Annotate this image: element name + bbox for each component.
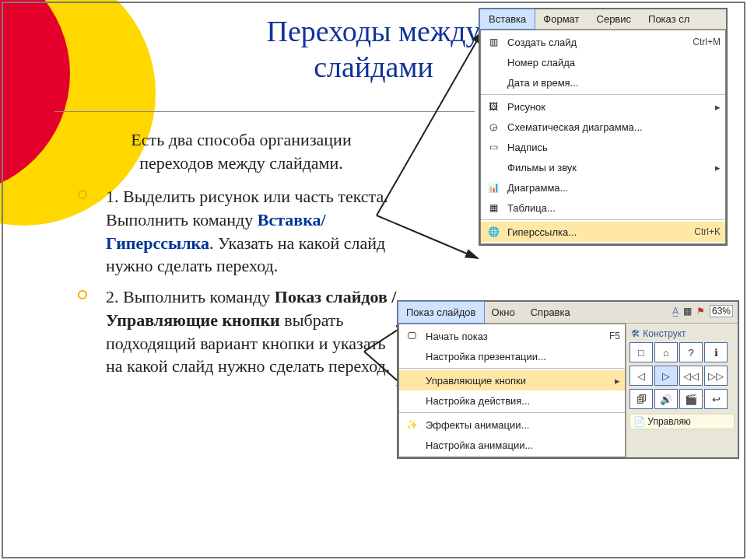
menu-item-label: Диаграмма... xyxy=(507,182,721,194)
grid-tool-icon[interactable]: ▦ xyxy=(683,306,692,317)
action-button[interactable]: ↩ xyxy=(704,389,728,409)
font-tool-icon[interactable]: A̲ xyxy=(672,306,679,317)
intro-text: Есть два способа организации переходов м… xyxy=(78,128,405,174)
menu-item-label: Фильмы и звук xyxy=(507,162,710,173)
action-button[interactable]: ◁ xyxy=(630,366,653,386)
action-button[interactable]: ? xyxy=(679,342,703,362)
action-buttons-panel: 🛠 Конструкт □⌂?ℹ◁▷◁◁▷▷🗐🔊🎬↩ 📄 Управляю xyxy=(626,324,738,457)
panel-title: 🛠 Конструкт xyxy=(631,328,735,339)
menu-item-label: Схематическая диаграмма... xyxy=(507,121,721,133)
menubar-tab[interactable]: Сервис xyxy=(588,9,640,29)
insert-menu-window: ВставкаФорматСервисПоказ сл ▥Создать сла… xyxy=(479,8,728,246)
submenu-arrow-icon: ▸ xyxy=(710,101,721,113)
list-item-1: 1. Выделить рисунок или часть текста. Вы… xyxy=(78,185,405,278)
menu-divider xyxy=(481,94,725,95)
action-button[interactable]: ◁◁ xyxy=(679,366,703,386)
menu-item-icon: ▭ xyxy=(484,142,503,152)
menu-item-icon: 🖼 xyxy=(484,101,503,112)
menu-item[interactable]: Номер слайда xyxy=(481,52,725,72)
menu-item-label: Гиперссылка... xyxy=(507,226,686,238)
menu-item-shortcut: Ctrl+M xyxy=(685,37,721,47)
menu-item-shortcut: F5 xyxy=(601,331,620,341)
menu-item-icon: ◶ xyxy=(484,121,503,132)
menu-item-label: Управляющие кнопки xyxy=(426,375,610,387)
menubar-tab[interactable]: Окно xyxy=(484,302,523,323)
menu-item-label: Рисунок xyxy=(507,101,710,113)
slideshow-menu-window: Показ слайдовОкноСправка A̲ ▦ ⚑ 63% 🖵Нач… xyxy=(397,300,739,459)
submenu-arrow-icon: ▸ xyxy=(610,375,620,387)
menubar-tab[interactable]: Справка xyxy=(523,302,578,323)
menu-item[interactable]: 🌐Гиперссылка...Ctrl+K xyxy=(481,222,725,242)
menu-item[interactable]: Управляющие кнопки▸ xyxy=(399,370,625,390)
action-button[interactable]: 🔊 xyxy=(654,389,678,409)
menu-item[interactable]: Настройка действия... xyxy=(399,390,625,411)
menu-item-icon: 🌐 xyxy=(484,226,503,237)
menu-item[interactable]: ▥Создать слайдCtrl+M xyxy=(481,32,725,52)
menu-item-icon: 📊 xyxy=(484,182,503,193)
action-button[interactable]: ⌂ xyxy=(654,342,678,362)
menu-item-icon: ✨ xyxy=(402,419,421,430)
menu-divider xyxy=(481,219,725,220)
menu-item[interactable]: 🖵Начать показF5 xyxy=(399,326,625,346)
action-button-grid: □⌂?ℹ◁▷◁◁▷▷🗐🔊🎬↩ xyxy=(630,342,735,409)
menu-item-label: Настройка действия... xyxy=(426,395,620,407)
menu-item[interactable]: ▦Таблица... xyxy=(481,198,725,218)
menu-item[interactable]: ◶Схематическая диаграмма... xyxy=(481,117,725,137)
slide-title-line1: Переходы между xyxy=(267,15,481,47)
menu-item[interactable]: Настройка презентации... xyxy=(399,346,625,366)
page-icon: 📄 xyxy=(633,416,645,427)
menu-item-label: Начать показ xyxy=(426,331,601,342)
menu-item[interactable]: 📊Диаграмма... xyxy=(481,177,725,198)
action-button[interactable]: ▷▷ xyxy=(704,366,728,386)
menu-divider xyxy=(399,368,625,369)
menu-item-label: Дата и время... xyxy=(507,77,721,89)
submenu-arrow-icon: ▸ xyxy=(710,162,721,173)
menu-item-label: Настройка презентации... xyxy=(426,351,620,362)
menu-item[interactable]: ✨Эффекты анимации... xyxy=(399,415,625,435)
toolbar-right: A̲ ▦ ⚑ 63% xyxy=(672,305,733,317)
panel-footer: 📄 Управляю xyxy=(630,414,735,429)
menu-item[interactable]: Настройка анимации... xyxy=(399,435,625,455)
menu-item-label: Создать слайд xyxy=(507,37,685,48)
title-rule xyxy=(54,111,475,112)
menu-item-icon: ▦ xyxy=(484,202,503,213)
insert-menu-dropdown: ▥Создать слайдCtrl+MНомер слайдаДата и в… xyxy=(480,30,726,244)
menu-item-icon: 🖵 xyxy=(402,331,421,341)
menu-item[interactable]: 🖼Рисунок▸ xyxy=(481,96,725,117)
menu-item[interactable]: ▭Надпись xyxy=(481,137,725,157)
menu-item[interactable]: Фильмы и звук▸ xyxy=(481,157,725,177)
menu-item-label: Эффекты анимации... xyxy=(426,419,620,431)
slide: Переходы между слайдами Есть два способа… xyxy=(0,0,747,560)
bullet-icon xyxy=(78,290,87,299)
menubar-tab[interactable]: Показ слайдов xyxy=(398,301,485,324)
slide-body: Есть два способа организации переходов м… xyxy=(78,128,405,386)
menubar-insert[interactable]: ВставкаФорматСервисПоказ сл xyxy=(480,9,726,30)
wrench-icon: 🛠 xyxy=(631,328,643,339)
menu-item-shortcut: Ctrl+K xyxy=(686,226,721,237)
action-button[interactable]: ▷ xyxy=(654,366,678,386)
flag-icon[interactable]: ⚑ xyxy=(696,306,705,317)
menu-item-label: Номер слайда xyxy=(507,57,721,68)
action-button[interactable]: ℹ xyxy=(704,342,728,362)
menubar-tab[interactable]: Показ сл xyxy=(640,9,698,29)
menu-item-icon: ▥ xyxy=(484,37,503,47)
menu-divider xyxy=(399,412,625,413)
slide-title-line2: слайдами xyxy=(314,51,433,83)
menu-item[interactable]: Дата и время... xyxy=(481,72,725,93)
menubar-tab[interactable]: Вставка xyxy=(479,9,535,30)
menu-item-label: Таблица... xyxy=(507,202,721,214)
action-button[interactable]: 🗐 xyxy=(630,389,653,409)
zoom-level[interactable]: 63% xyxy=(710,305,733,317)
action-button[interactable]: □ xyxy=(630,342,653,362)
menu-item-label: Надпись xyxy=(507,142,721,153)
menu-item-label: Настройка анимации... xyxy=(426,439,620,451)
slideshow-menu-dropdown: 🖵Начать показF5Настройка презентации...У… xyxy=(398,324,626,457)
menubar-tab[interactable]: Формат xyxy=(535,9,587,29)
bullet-icon xyxy=(78,190,87,199)
action-button[interactable]: 🎬 xyxy=(679,389,703,409)
list-item-2: 2. Выполнить команду Показ слайдов / Упр… xyxy=(78,285,405,378)
